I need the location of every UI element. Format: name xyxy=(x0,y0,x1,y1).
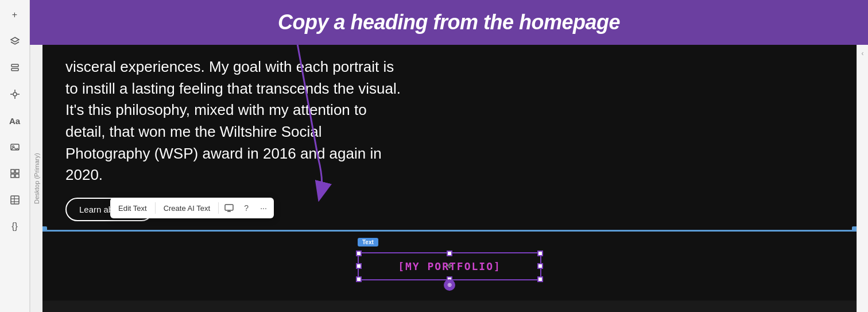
collapse-icon[interactable]: ‹ xyxy=(862,49,864,57)
button-area: Learn about me Edit Text Create AI Text xyxy=(42,186,857,230)
table-icon[interactable] xyxy=(7,192,23,208)
tutorial-text: Copy a heading from the homepage xyxy=(278,10,620,34)
text-tag-container: Text xyxy=(358,236,378,246)
handle-top-right[interactable] xyxy=(537,251,543,256)
create-ai-text-button[interactable]: Create AI Text xyxy=(158,202,216,215)
monitor-icon-button[interactable] xyxy=(221,200,237,216)
toolbar-divider-1 xyxy=(155,202,156,214)
left-sidebar: + Aa xyxy=(0,0,30,312)
context-toolbar: Edit Text Create AI Text ? ··· xyxy=(110,198,274,218)
svg-rect-18 xyxy=(225,205,233,210)
handle-bottom-right[interactable] xyxy=(537,276,543,282)
text-tag-label: Text xyxy=(358,238,378,246)
handle-bottom-left[interactable] xyxy=(356,276,362,282)
right-panel: ‹ xyxy=(857,45,868,312)
canvas-label: Desktop (Primary) xyxy=(30,45,42,312)
tutorial-banner: Copy a heading from the homepage xyxy=(30,0,868,45)
layers-icon[interactable] xyxy=(7,33,23,49)
toolbar-divider-2 xyxy=(218,202,219,214)
image-icon[interactable] xyxy=(7,139,23,155)
svg-rect-11 xyxy=(16,170,19,173)
svg-rect-12 xyxy=(11,174,14,178)
handle-top-middle[interactable] xyxy=(447,251,452,256)
handle-top-left[interactable] xyxy=(356,251,362,256)
grid-icon[interactable] xyxy=(7,165,23,182)
move-handle[interactable]: ⊕ xyxy=(444,279,455,291)
more-options-button[interactable]: ··· xyxy=(255,200,272,216)
help-button[interactable]: ? xyxy=(238,200,254,216)
text-style-icon[interactable]: Aa xyxy=(7,113,23,129)
svg-rect-13 xyxy=(16,174,19,178)
dark-section: visceral experiences. My goal with each … xyxy=(42,45,857,186)
handle-middle-left[interactable] xyxy=(356,263,362,269)
add-icon[interactable]: + xyxy=(7,7,23,23)
handle-middle-right[interactable] xyxy=(537,263,543,269)
portfolio-text-box[interactable]: ✥ [MY PORTFOLIO] ⊕ xyxy=(358,252,541,280)
portfolio-section: Text ✥ [MY PORTFOLIO] ⊕ xyxy=(42,232,857,301)
main-area: Copy a heading from the homepage Desktop… xyxy=(30,0,868,312)
code-icon[interactable]: {} xyxy=(7,218,23,234)
body-text: visceral experiences. My goal with each … xyxy=(65,56,410,186)
svg-rect-2 xyxy=(11,68,18,71)
pages-icon[interactable] xyxy=(7,60,23,76)
svg-rect-14 xyxy=(11,196,19,204)
components-icon[interactable] xyxy=(7,86,23,102)
svg-point-3 xyxy=(13,93,17,96)
svg-rect-1 xyxy=(11,64,18,67)
move-cursor-icon: ✥ xyxy=(447,262,452,270)
edit-text-button[interactable]: Edit Text xyxy=(113,202,153,215)
svg-rect-10 xyxy=(11,170,14,173)
svg-marker-0 xyxy=(11,37,19,42)
website-canvas: visceral experiences. My goal with each … xyxy=(42,45,857,312)
canvas-wrapper: Desktop (Primary) visceral experiences. … xyxy=(30,45,868,312)
